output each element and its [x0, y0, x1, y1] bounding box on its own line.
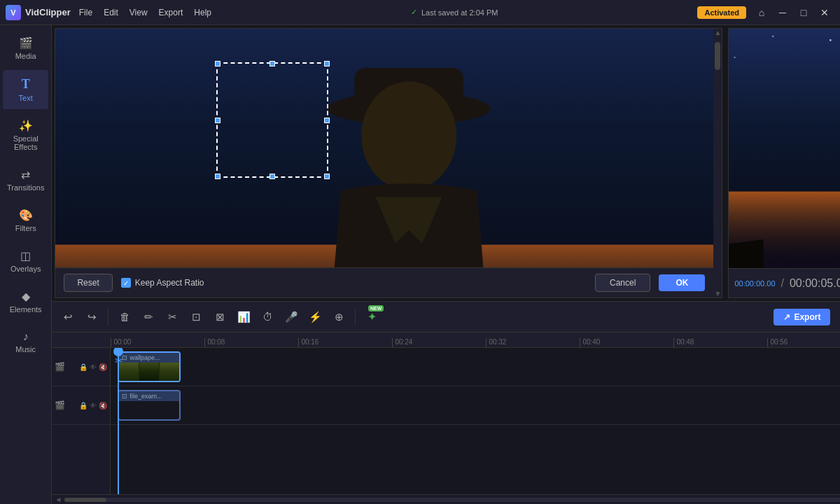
timeline-content: 🎬 🔒 👁 🔇 🎬 🔒 👁 🔇	[52, 348, 840, 494]
menu-view[interactable]: View	[130, 8, 148, 18]
toolbar-separator-2	[355, 309, 356, 326]
sidebar-item-transitions[interactable]: ⇄ Transitions	[3, 161, 48, 199]
svg-point-14	[362, 81, 457, 190]
titlebar-left: V VidClipper File Edit View Export Help	[6, 5, 211, 20]
selection-box[interactable]	[216, 62, 328, 178]
video-clip-2[interactable]: ⊡ file_exam...	[118, 390, 181, 421]
titlebar-right: Activated ⌂ ─ □ ✕	[697, 4, 834, 21]
scroll-thumb[interactable]	[715, 42, 720, 70]
clip-name-1: wallpape...	[130, 354, 160, 361]
redo-button[interactable]: ↪	[81, 307, 102, 328]
transitions-icon: ⇄	[7, 168, 44, 181]
clip-header-1: ⊡ wallpape...	[119, 353, 179, 363]
scrollbar-thumb[interactable]	[64, 498, 106, 502]
video-track-icon-1: 🎬	[55, 362, 65, 372]
timing-button[interactable]: ⏱	[257, 307, 278, 328]
split-button[interactable]: ✂	[162, 307, 183, 328]
minimize-button[interactable]: ─	[773, 4, 792, 21]
preview-scrollbar[interactable]: ▲ ▼	[713, 29, 722, 298]
edit-button[interactable]: ✏	[138, 307, 159, 328]
scrollbar-track[interactable]	[64, 498, 840, 502]
timeline-scrollbar: ◄ ►	[52, 494, 840, 504]
more-button[interactable]: ⊕	[328, 307, 349, 328]
sidebar-item-media[interactable]: 🎬 Media	[3, 29, 48, 67]
menu-file[interactable]: File	[79, 8, 92, 18]
playhead[interactable]	[118, 348, 119, 494]
scroll-up-arrow[interactable]: ▲	[714, 29, 721, 36]
activated-button[interactable]: Activated	[697, 6, 746, 19]
right-preview: 00:00:00.00 / 00:00:05.00 ⏮ ▶ ⏭ ↺ 9:16 ▾	[728, 28, 840, 298]
video-track-icon-2: 🎬	[55, 400, 65, 410]
ruler-marks: 00:00 00:08 00:16 00:24 00:32 00:40 00:4…	[111, 338, 840, 347]
resize-handle-ml[interactable]	[215, 118, 220, 123]
right-preview-svg	[729, 29, 840, 268]
main-layout: 🎬 Media T Text ✨ Special Effects ⇄ Trans…	[0, 25, 840, 504]
cancel-button[interactable]: Cancel	[595, 274, 650, 292]
resize-handle-tl[interactable]	[215, 61, 220, 66]
scroll-left-button[interactable]: ◄	[55, 496, 62, 503]
timeline-ruler: 00:00 00:08 00:16 00:24 00:32 00:40 00:4…	[52, 332, 840, 348]
trim-button[interactable]: ⊡	[186, 307, 206, 328]
speed-button[interactable]: ⚡	[304, 307, 326, 328]
app-name: VidClipper	[25, 7, 71, 18]
ruler-mark-4: 00:32	[486, 338, 580, 347]
scissors-indicator: ✂	[115, 355, 123, 366]
timeline-tracks[interactable]: ✂ ⊡ wallpape...	[111, 348, 840, 494]
resize-handle-mr[interactable]	[324, 118, 330, 123]
preview-area: ▲ ▼ Reset ✓ Keep Aspect Ratio Cancel OK	[52, 25, 840, 301]
sidebar-item-music[interactable]: ♪ Music	[3, 323, 48, 360]
ai-button[interactable]: ✦ NEW	[361, 307, 382, 328]
close-button[interactable]: ✕	[815, 4, 834, 21]
ruler-mark-5: 00:40	[580, 338, 673, 347]
track-icons-2: 🔒 👁 🔇	[79, 402, 107, 410]
export-button[interactable]: ↗ Export	[774, 309, 830, 326]
track-labels: 🎬 🔒 👁 🔇 🎬 🔒 👁 🔇	[52, 348, 111, 494]
music-icon: ♪	[7, 330, 44, 343]
ok-button[interactable]: OK	[659, 274, 705, 291]
maximize-button[interactable]: □	[794, 4, 813, 21]
resize-handle-br[interactable]	[324, 174, 330, 179]
elements-icon: ◆	[7, 290, 44, 303]
home-button[interactable]: ⌂	[752, 4, 771, 21]
ruler-mark-7: 00:56	[767, 338, 840, 347]
content-area: ▲ ▼ Reset ✓ Keep Aspect Ratio Cancel OK	[52, 25, 840, 504]
clip-header-2: ⊡ file_exam...	[119, 391, 179, 401]
menu-help[interactable]: Help	[194, 8, 211, 18]
mute-icon-1[interactable]: 🔇	[99, 363, 107, 371]
eye-icon-2[interactable]: 👁	[90, 402, 97, 410]
resize-handle-tm[interactable]	[270, 61, 275, 66]
menu-export[interactable]: Export	[159, 8, 183, 18]
sidebar-item-special-effects[interactable]: ✨ Special Effects	[3, 112, 48, 158]
resize-handle-tr[interactable]	[324, 61, 330, 66]
sidebar-item-overlays[interactable]: ◫ Overlays	[3, 242, 48, 280]
delete-button[interactable]: 🗑	[114, 307, 135, 328]
lock-icon-1[interactable]: 🔒	[79, 363, 88, 371]
scroll-down-arrow[interactable]: ▼	[714, 290, 721, 298]
chart-button[interactable]: 📊	[233, 307, 254, 328]
menu-edit[interactable]: Edit	[104, 8, 118, 18]
video-clip-1[interactable]: ⊡ wallpape...	[118, 351, 181, 382]
window-controls: ⌂ ─ □ ✕	[752, 4, 834, 21]
keep-aspect-checkbox[interactable]: ✓	[121, 278, 131, 288]
sidebar-item-elements[interactable]: ◆ Elements	[3, 283, 48, 321]
titlebar-menu: File Edit View Export Help	[79, 8, 211, 18]
mute-icon-2[interactable]: 🔇	[99, 402, 107, 410]
overlays-icon: ◫	[7, 249, 44, 262]
sidebar-item-text[interactable]: T Text	[3, 70, 48, 109]
text-icon: T	[7, 77, 44, 92]
sidebar-item-filters[interactable]: 🎨 Filters	[3, 202, 48, 239]
resize-handle-bm[interactable]	[270, 174, 275, 179]
lock-icon-2[interactable]: 🔒	[79, 402, 88, 410]
undo-button[interactable]: ↩	[57, 307, 78, 328]
ruler-mark-2: 00:16	[298, 338, 392, 347]
eye-icon-1[interactable]: 👁	[90, 363, 97, 371]
reset-button[interactable]: Reset	[64, 274, 112, 292]
track-row-2: ⊡ file_exam...	[111, 386, 840, 425]
resize-handle-bl[interactable]	[215, 174, 220, 179]
playback-bar: 00:00:00.00 / 00:00:05.00 ⏮ ▶ ⏭ ↺ 9:16 ▾	[729, 268, 840, 298]
export-icon: ↗	[783, 312, 790, 322]
app-logo: V VidClipper	[6, 5, 71, 20]
crop-button[interactable]: ⊠	[209, 307, 230, 328]
audio-button[interactable]: 🎤	[281, 307, 302, 328]
toolbar-separator-1	[108, 309, 108, 326]
